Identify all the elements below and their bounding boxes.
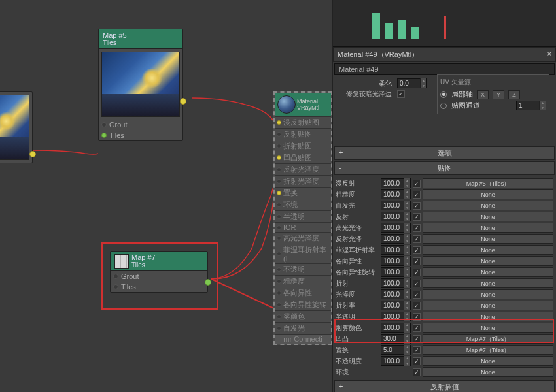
map-enable-checkbox[interactable]: ✓	[413, 346, 421, 354]
map-slot-button[interactable]: None	[423, 312, 553, 321]
material-slot[interactable]: 漫反射贴图	[275, 116, 331, 128]
map-enable-checkbox[interactable]: ✓	[413, 357, 421, 365]
map-slot-button[interactable]: None	[423, 234, 553, 244]
map-enable-checkbox[interactable]: ✓	[413, 180, 421, 188]
material-slot[interactable]: 高光光泽度	[275, 232, 331, 244]
map-slot-button[interactable]: Map #5（Tiles）	[423, 178, 553, 188]
map-enable-checkbox[interactable]: ✓	[413, 324, 421, 332]
material-slot[interactable]: 菲涅耳折射率(I	[275, 244, 331, 263]
radio-local-axis[interactable]	[440, 91, 447, 98]
rollout-options[interactable]: +选项	[334, 146, 555, 160]
map-enable-checkbox[interactable]: ✓	[413, 269, 421, 276]
map-amount-spinner[interactable]: ▲▼	[381, 345, 411, 355]
map-amount-spinner[interactable]: ▲▼	[381, 301, 411, 310]
output-socket[interactable]	[180, 98, 186, 105]
map-slot-button[interactable]: None	[423, 256, 553, 266]
softness-spinner[interactable]: ▲▼	[397, 78, 427, 88]
material-slot[interactable]: 折射贴图	[275, 140, 331, 152]
panel-title-bar[interactable]: Material #49（VRayMtl） ×	[333, 47, 556, 62]
material-slot[interactable]: 粗糙度	[275, 275, 331, 287]
material-slot[interactable]: 自发光	[275, 322, 331, 334]
map-slot-button[interactable]: None	[423, 289, 553, 299]
map-enable-checkbox[interactable]: ✓	[413, 335, 421, 343]
map-slot-button[interactable]: None	[423, 267, 553, 277]
rollout-maps[interactable]: -贴图	[334, 161, 555, 175]
material-slot[interactable]: 置换	[275, 187, 331, 199]
map-amount-spinner[interactable]: ▲▼	[381, 278, 411, 288]
material-slot[interactable]: 反射光泽度	[275, 163, 331, 175]
map-slot-button[interactable]: None	[423, 201, 553, 210]
map-amount-spinner[interactable]: ▲▼	[381, 289, 411, 299]
node-input-grout[interactable]: Grout	[111, 271, 207, 282]
material-slot[interactable]: 半透明	[275, 210, 331, 222]
map-amount-spinner[interactable]: ▲▼	[381, 334, 411, 344]
node-map7[interactable]: Map #7 Tiles Grout Tiles	[110, 251, 208, 293]
output-socket[interactable]	[205, 279, 211, 286]
map-amount-spinner[interactable]: ▲▼	[381, 223, 411, 233]
material-slot[interactable]: 环境	[275, 199, 331, 210]
map-amount-spinner[interactable]: ▲▼	[381, 178, 411, 188]
material-slot[interactable]: 折射光泽度	[275, 175, 331, 187]
material-slot[interactable]: 反射贴图	[275, 128, 331, 140]
map-enable-checkbox[interactable]: ✓	[413, 191, 421, 199]
node-map-left[interactable]	[0, 91, 33, 163]
node-header[interactable]: Map #7 Tiles	[111, 252, 207, 271]
axis-x-button[interactable]: X	[477, 90, 489, 99]
map-enable-checkbox[interactable]: ✓	[413, 302, 421, 310]
axis-z-button[interactable]: Z	[508, 90, 520, 99]
map-amount-spinner[interactable]: ▲▼	[381, 245, 411, 255]
node-map5[interactable]: Map #5 Tiles Grout Tiles	[98, 29, 183, 141]
map-slot-button[interactable]: None	[423, 301, 553, 310]
map-enable-checkbox[interactable]: ✓	[413, 313, 421, 321]
map-channel-spinner[interactable]: ▲▼	[516, 101, 546, 110]
node-header[interactable]: Material VRayMtl	[275, 93, 331, 116]
map-enable-checkbox[interactable]: ✓	[413, 224, 421, 232]
map-enable-checkbox[interactable]: ✓	[413, 235, 421, 243]
material-name-field[interactable]: Material #49	[334, 63, 555, 75]
map-slot-button[interactable]: None	[423, 223, 553, 233]
material-slot[interactable]: 不透明	[275, 263, 331, 275]
map-enable-checkbox[interactable]: ✓	[413, 368, 421, 376]
map-amount-spinner[interactable]: ▲▼	[381, 212, 411, 221]
output-socket[interactable]	[29, 151, 36, 157]
map-slot-button[interactable]: None	[423, 367, 553, 377]
map-enable-checkbox[interactable]: ✓	[413, 280, 421, 287]
map-amount-spinner[interactable]: ▲▼	[381, 256, 411, 266]
map-amount-spinner[interactable]: ▲▼	[381, 234, 411, 244]
map-amount-spinner[interactable]: ▲▼	[381, 356, 411, 366]
map-slot-button[interactable]: None	[423, 278, 553, 288]
close-icon[interactable]: ×	[547, 50, 551, 59]
material-slot[interactable]: 凹凸贴图	[275, 152, 331, 163]
map-amount-spinner[interactable]: ▲▼	[381, 267, 411, 277]
map-slot-button[interactable]: None	[423, 356, 553, 366]
rollout-refl-interp[interactable]: +反射插值	[334, 380, 555, 392]
node-input-grout[interactable]: Grout	[99, 120, 182, 130]
node-input-tiles[interactable]: Tiles	[99, 130, 182, 140]
map-slot-button[interactable]: Map #7（Tiles）	[423, 345, 553, 355]
map-slot-button[interactable]: None	[423, 323, 553, 333]
map-slot-button[interactable]: Map #7（Tiles）	[423, 334, 553, 344]
map-amount-spinner[interactable]: ▲▼	[381, 201, 411, 210]
radio-map-channel[interactable]	[440, 103, 447, 109]
fix-dark-gloss-checkbox[interactable]: ✓	[397, 90, 405, 98]
map-enable-checkbox[interactable]: ✓	[413, 202, 421, 210]
map-enable-checkbox[interactable]: ✓	[413, 257, 421, 265]
node-header[interactable]: Map #5 Tiles	[99, 29, 182, 49]
map-amount-spinner[interactable]: ▲▼	[381, 189, 411, 199]
node-input-tiles[interactable]: Tiles	[111, 282, 207, 292]
material-slot[interactable]: 各向异性	[275, 287, 331, 299]
material-slot[interactable]: 各向异性旋转	[275, 299, 331, 310]
node-editor-viewport[interactable]: Map #5 Tiles Grout Tiles Map #7 Tiles Gr…	[0, 0, 332, 392]
map-slot-button[interactable]: None	[423, 245, 553, 255]
node-material[interactable]: Material VRayMtl 漫反射贴图反射贴图折射贴图凹凸贴图反射光泽度折…	[273, 91, 332, 345]
map-enable-checkbox[interactable]: ✓	[413, 291, 421, 299]
map-amount-spinner[interactable]: ▲▼	[381, 312, 411, 321]
map-amount-spinner[interactable]: ▲▼	[381, 323, 411, 333]
map-enable-checkbox[interactable]: ✓	[413, 246, 421, 254]
map-enable-checkbox[interactable]: ✓	[413, 213, 421, 221]
axis-y-button[interactable]: Y	[493, 90, 504, 99]
material-slot[interactable]: 雾颜色	[275, 310, 331, 322]
mr-connection[interactable]: mr Connecti	[275, 334, 331, 344]
map-slot-button[interactable]: None	[423, 212, 553, 221]
material-slot[interactable]: IOR	[275, 222, 331, 232]
